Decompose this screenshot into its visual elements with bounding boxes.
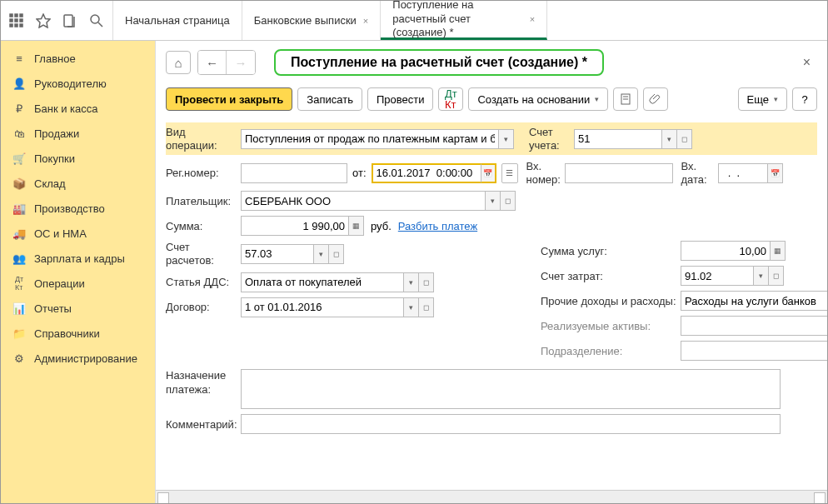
sidebar-item-production[interactable]: 🏭Производство [1,196,155,221]
calendar-icon[interactable]: 📅 [768,163,783,183]
dtkt-icon: ДтКт [12,277,26,290]
sidebar-item-label: Администрирование [34,352,137,365]
sidebar-item-label: Покупки [34,152,75,165]
sidebar-item-admin[interactable]: ⚙Администрирование [1,346,155,371]
tab-bank-statements[interactable]: Банковские выписки× [242,1,382,40]
select-button[interactable]: ☰ [501,163,518,183]
sidebar-item-operations[interactable]: ДтКтОперации [1,271,155,296]
post-and-close-button[interactable]: Провести и закрыть [166,87,292,111]
calendar-icon[interactable]: 📅 [481,163,496,183]
search-icon[interactable] [86,10,107,32]
sidebar-item-label: Банк и касса [34,102,98,115]
purpose-textarea[interactable] [241,369,781,409]
calc-icon[interactable]: ▦ [771,241,786,261]
tabs: Начальная страница Банковские выписки× П… [113,1,547,40]
open-icon[interactable]: ◻ [501,191,516,211]
label-service-sum: Сумма услуг: [541,245,681,257]
close-icon[interactable]: × [530,14,535,24]
attach-button[interactable] [643,87,668,111]
tab-home[interactable]: Начальная страница [113,1,242,40]
open-icon[interactable]: ◻ [419,272,434,292]
close-button[interactable]: × [796,52,817,73]
forward-button[interactable]: → [227,51,255,74]
sidebar-item-reports[interactable]: 📊Отчеты [1,296,155,321]
dropdown-icon[interactable]: ▾ [486,191,501,211]
calc-icon[interactable]: ▦ [349,216,364,236]
dtkt-button[interactable]: ДтКт [438,87,463,111]
dds-input[interactable] [241,272,404,292]
regno-input[interactable] [241,163,347,183]
sidebar-item-label: Операции [34,277,85,290]
label-in-date: Вх. дата: [681,160,718,186]
service-sum-input[interactable] [681,241,771,261]
assets-input[interactable] [681,316,827,336]
sidebar-item-assets[interactable]: 🚚ОС и НМА [1,221,155,246]
dropdown-icon[interactable]: ▾ [404,272,419,292]
sum-input[interactable] [241,216,349,236]
label-division: Подразделение: [541,345,681,357]
back-button[interactable]: ← [198,51,227,74]
svg-rect-3 [10,19,12,22]
page-title: Поступление на расчетный счет (создание)… [274,49,604,76]
dropdown-icon[interactable]: ▾ [314,244,329,264]
folder-icon: 📁 [12,327,26,340]
svg-rect-9 [64,15,72,27]
split-payment-link[interactable]: Разбить платеж [398,220,477,232]
save-button[interactable]: Записать [297,87,362,111]
payer-input[interactable] [241,191,486,211]
more-button[interactable]: Еще [738,87,787,111]
account-input[interactable] [574,129,662,149]
cart-icon: 🛒 [12,152,26,165]
label-contract: Договор: [166,301,241,313]
print-button[interactable] [613,87,638,111]
tab-label: Банковские выписки [254,14,357,27]
sidebar-item-main[interactable]: ≡Главное [1,46,155,71]
label-from: от: [352,167,367,179]
label-cost-acc: Счет затрат: [541,270,681,282]
post-button[interactable]: Провести [367,87,434,111]
tab-receipt[interactable]: Поступление на расчетный счет (создание)… [381,1,547,40]
history-icon[interactable] [59,10,81,32]
home-button[interactable]: ⌂ [166,51,191,74]
sidebar-item-label: Справочники [34,327,100,340]
sidebar-item-sales[interactable]: 🛍Продажи [1,121,155,146]
in-date-input[interactable] [718,163,768,183]
settle-acc-input[interactable] [241,244,314,264]
sidebar-item-hr[interactable]: 👥Зарплата и кадры [1,246,155,271]
open-icon[interactable]: ◻ [769,266,784,286]
dropdown-icon[interactable]: ▾ [404,297,419,317]
operation-type-input[interactable] [241,129,499,149]
dropdown-icon[interactable]: ▾ [754,266,769,286]
sidebar-item-purchases[interactable]: 🛒Покупки [1,146,155,171]
label-dds: Статья ДДС: [166,276,241,288]
division-input[interactable] [681,341,827,361]
dropdown-icon[interactable]: ▾ [662,129,677,149]
close-icon[interactable]: × [363,16,368,26]
sidebar-item-label: Зарплата и кадры [34,252,125,265]
date-input[interactable] [372,163,481,183]
apps-icon[interactable] [6,10,27,32]
star-icon[interactable] [32,10,54,32]
label-sum: Сумма: [166,220,241,232]
sidebar: ≡Главное 👤Руководителю ₽Банк и касса 🛍Пр… [1,41,156,503]
open-icon[interactable]: ◻ [419,297,434,317]
open-icon[interactable]: ◻ [329,244,344,264]
label-in-no: Вх. номер: [526,160,565,186]
sidebar-item-manager[interactable]: 👤Руководителю [1,71,155,96]
sidebar-item-bank[interactable]: ₽Банк и касса [1,96,155,121]
sidebar-item-references[interactable]: 📁Справочники [1,321,155,346]
svg-rect-0 [10,14,12,17]
dropdown-icon[interactable]: ▾ [499,129,514,149]
help-button[interactable]: ? [792,87,817,111]
sidebar-item-warehouse[interactable]: 📦Склад [1,171,155,196]
svg-rect-8 [20,24,22,27]
contract-input[interactable] [241,297,404,317]
open-icon[interactable]: ◻ [677,129,692,149]
create-based-button[interactable]: Создать на основании [468,87,608,111]
sidebar-item-label: Производство [34,202,105,215]
other-inc-exp-input[interactable] [681,291,827,311]
comment-input[interactable] [241,414,781,434]
cost-acc-input[interactable] [681,266,754,286]
horizontal-scrollbar[interactable] [156,490,827,503]
in-no-input[interactable] [565,163,673,183]
